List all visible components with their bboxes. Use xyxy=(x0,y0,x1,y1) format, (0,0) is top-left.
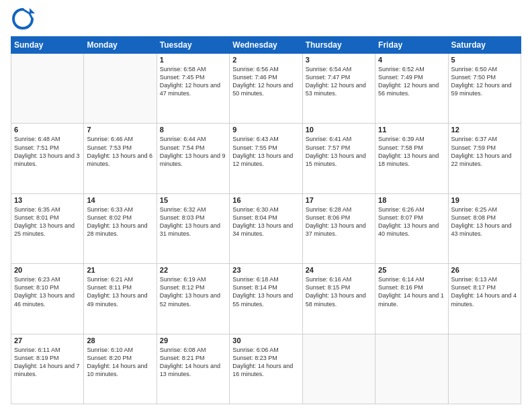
day-info: Sunrise: 6:11 AM Sunset: 8:19 PM Dayligh… xyxy=(14,346,81,379)
week-row-5: 27Sunrise: 6:11 AM Sunset: 8:19 PM Dayli… xyxy=(11,334,521,404)
day-info: Sunrise: 6:26 AM Sunset: 8:07 PM Dayligh… xyxy=(378,205,445,238)
page: SundayMondayTuesdayWednesdayThursdayFrid… xyxy=(0,0,532,411)
day-info: Sunrise: 6:14 AM Sunset: 8:16 PM Dayligh… xyxy=(378,275,445,308)
day-info: Sunrise: 6:56 AM Sunset: 7:46 PM Dayligh… xyxy=(232,65,299,98)
day-number: 16 xyxy=(232,196,299,204)
day-cell: 1Sunrise: 6:58 AM Sunset: 7:45 PM Daylig… xyxy=(157,54,229,124)
day-info: Sunrise: 6:25 AM Sunset: 8:08 PM Dayligh… xyxy=(451,205,518,238)
day-cell: 10Sunrise: 6:41 AM Sunset: 7:57 PM Dayli… xyxy=(302,124,375,193)
week-row-1: 1Sunrise: 6:58 AM Sunset: 7:45 PM Daylig… xyxy=(11,54,521,124)
day-cell: 12Sunrise: 6:37 AM Sunset: 7:59 PM Dayli… xyxy=(448,124,521,193)
day-cell: 25Sunrise: 6:14 AM Sunset: 8:16 PM Dayli… xyxy=(375,264,448,334)
day-info: Sunrise: 6:08 AM Sunset: 8:21 PM Dayligh… xyxy=(160,346,226,379)
day-number: 25 xyxy=(378,266,445,274)
day-cell: 6Sunrise: 6:48 AM Sunset: 7:51 PM Daylig… xyxy=(11,124,84,193)
day-number: 19 xyxy=(451,196,518,204)
logo-icon xyxy=(11,7,35,31)
day-number: 12 xyxy=(451,126,518,134)
day-info: Sunrise: 6:35 AM Sunset: 8:01 PM Dayligh… xyxy=(14,205,81,238)
weekday-header-row: SundayMondayTuesdayWednesdayThursdayFrid… xyxy=(11,37,521,54)
day-cell: 8Sunrise: 6:44 AM Sunset: 7:54 PM Daylig… xyxy=(157,124,229,193)
day-cell: 20Sunrise: 6:23 AM Sunset: 8:10 PM Dayli… xyxy=(11,264,84,334)
day-number: 30 xyxy=(232,336,299,345)
day-info: Sunrise: 6:06 AM Sunset: 8:23 PM Dayligh… xyxy=(232,346,299,379)
day-cell: 24Sunrise: 6:16 AM Sunset: 8:15 PM Dayli… xyxy=(302,264,375,334)
weekday-tuesday: Tuesday xyxy=(157,37,229,54)
day-cell xyxy=(302,334,375,404)
day-cell xyxy=(448,334,521,404)
day-cell xyxy=(375,334,448,404)
day-cell: 28Sunrise: 6:10 AM Sunset: 8:20 PM Dayli… xyxy=(84,334,157,404)
day-cell: 7Sunrise: 6:46 AM Sunset: 7:53 PM Daylig… xyxy=(84,124,157,193)
day-cell: 9Sunrise: 6:43 AM Sunset: 7:55 PM Daylig… xyxy=(230,124,302,193)
day-info: Sunrise: 6:16 AM Sunset: 8:15 PM Dayligh… xyxy=(306,275,372,308)
day-info: Sunrise: 6:18 AM Sunset: 8:14 PM Dayligh… xyxy=(232,275,299,308)
day-info: Sunrise: 6:52 AM Sunset: 7:49 PM Dayligh… xyxy=(378,65,445,98)
day-number: 18 xyxy=(378,196,445,204)
day-info: Sunrise: 6:41 AM Sunset: 7:57 PM Dayligh… xyxy=(306,135,372,168)
day-number: 24 xyxy=(306,266,372,274)
day-number: 1 xyxy=(160,56,226,64)
day-number: 9 xyxy=(232,126,299,134)
day-info: Sunrise: 6:58 AM Sunset: 7:45 PM Dayligh… xyxy=(160,65,226,98)
day-number: 23 xyxy=(232,266,299,274)
day-info: Sunrise: 6:13 AM Sunset: 8:17 PM Dayligh… xyxy=(451,275,518,308)
day-info: Sunrise: 6:19 AM Sunset: 8:12 PM Dayligh… xyxy=(160,275,226,308)
day-cell xyxy=(84,54,157,124)
day-info: Sunrise: 6:50 AM Sunset: 7:50 PM Dayligh… xyxy=(451,65,518,98)
svg-marker-0 xyxy=(30,8,35,13)
day-number: 20 xyxy=(14,266,81,274)
week-row-4: 20Sunrise: 6:23 AM Sunset: 8:10 PM Dayli… xyxy=(11,264,521,334)
day-info: Sunrise: 6:23 AM Sunset: 8:10 PM Dayligh… xyxy=(14,275,81,308)
day-number: 11 xyxy=(378,126,445,134)
logo xyxy=(11,7,38,31)
header xyxy=(11,7,521,31)
day-number: 28 xyxy=(87,336,153,345)
day-number: 8 xyxy=(160,126,226,134)
day-cell: 19Sunrise: 6:25 AM Sunset: 8:08 PM Dayli… xyxy=(448,193,521,263)
day-cell: 26Sunrise: 6:13 AM Sunset: 8:17 PM Dayli… xyxy=(448,264,521,334)
day-number: 22 xyxy=(160,266,226,274)
day-number: 6 xyxy=(14,126,81,134)
weekday-sunday: Sunday xyxy=(11,37,84,54)
day-info: Sunrise: 6:33 AM Sunset: 8:02 PM Dayligh… xyxy=(87,205,153,238)
day-cell: 4Sunrise: 6:52 AM Sunset: 7:49 PM Daylig… xyxy=(375,54,448,124)
weekday-saturday: Saturday xyxy=(448,37,521,54)
day-number: 4 xyxy=(378,56,445,64)
week-row-3: 13Sunrise: 6:35 AM Sunset: 8:01 PM Dayli… xyxy=(11,193,521,263)
day-info: Sunrise: 6:32 AM Sunset: 8:03 PM Dayligh… xyxy=(160,205,226,238)
day-cell: 17Sunrise: 6:28 AM Sunset: 8:06 PM Dayli… xyxy=(302,193,375,263)
day-cell: 23Sunrise: 6:18 AM Sunset: 8:14 PM Dayli… xyxy=(230,264,302,334)
day-cell: 16Sunrise: 6:30 AM Sunset: 8:04 PM Dayli… xyxy=(230,193,302,263)
day-number: 5 xyxy=(451,56,518,64)
day-info: Sunrise: 6:46 AM Sunset: 7:53 PM Dayligh… xyxy=(87,135,153,168)
weekday-monday: Monday xyxy=(84,37,157,54)
day-number: 14 xyxy=(87,196,153,204)
day-info: Sunrise: 6:37 AM Sunset: 7:59 PM Dayligh… xyxy=(451,135,518,168)
day-number: 15 xyxy=(160,196,226,204)
day-cell: 5Sunrise: 6:50 AM Sunset: 7:50 PM Daylig… xyxy=(448,54,521,124)
day-number: 7 xyxy=(87,126,153,134)
day-info: Sunrise: 6:28 AM Sunset: 8:06 PM Dayligh… xyxy=(306,205,372,238)
day-cell: 14Sunrise: 6:33 AM Sunset: 8:02 PM Dayli… xyxy=(84,193,157,263)
day-cell: 21Sunrise: 6:21 AM Sunset: 8:11 PM Dayli… xyxy=(84,264,157,334)
day-number: 13 xyxy=(14,196,81,204)
day-cell: 27Sunrise: 6:11 AM Sunset: 8:19 PM Dayli… xyxy=(11,334,84,404)
day-cell xyxy=(11,54,84,124)
day-number: 17 xyxy=(306,196,372,204)
day-cell: 15Sunrise: 6:32 AM Sunset: 8:03 PM Dayli… xyxy=(157,193,229,263)
day-cell: 22Sunrise: 6:19 AM Sunset: 8:12 PM Dayli… xyxy=(157,264,229,334)
day-info: Sunrise: 6:43 AM Sunset: 7:55 PM Dayligh… xyxy=(232,135,299,168)
calendar-table: SundayMondayTuesdayWednesdayThursdayFrid… xyxy=(11,36,521,404)
day-cell: 3Sunrise: 6:54 AM Sunset: 7:47 PM Daylig… xyxy=(302,54,375,124)
day-info: Sunrise: 6:10 AM Sunset: 8:20 PM Dayligh… xyxy=(87,346,153,379)
day-cell: 30Sunrise: 6:06 AM Sunset: 8:23 PM Dayli… xyxy=(230,334,302,404)
day-info: Sunrise: 6:39 AM Sunset: 7:58 PM Dayligh… xyxy=(378,135,445,168)
day-number: 26 xyxy=(451,266,518,274)
day-number: 21 xyxy=(87,266,153,274)
day-cell: 13Sunrise: 6:35 AM Sunset: 8:01 PM Dayli… xyxy=(11,193,84,263)
weekday-wednesday: Wednesday xyxy=(230,37,302,54)
day-number: 10 xyxy=(306,126,372,134)
day-info: Sunrise: 6:21 AM Sunset: 8:11 PM Dayligh… xyxy=(87,275,153,308)
day-info: Sunrise: 6:44 AM Sunset: 7:54 PM Dayligh… xyxy=(160,135,226,168)
